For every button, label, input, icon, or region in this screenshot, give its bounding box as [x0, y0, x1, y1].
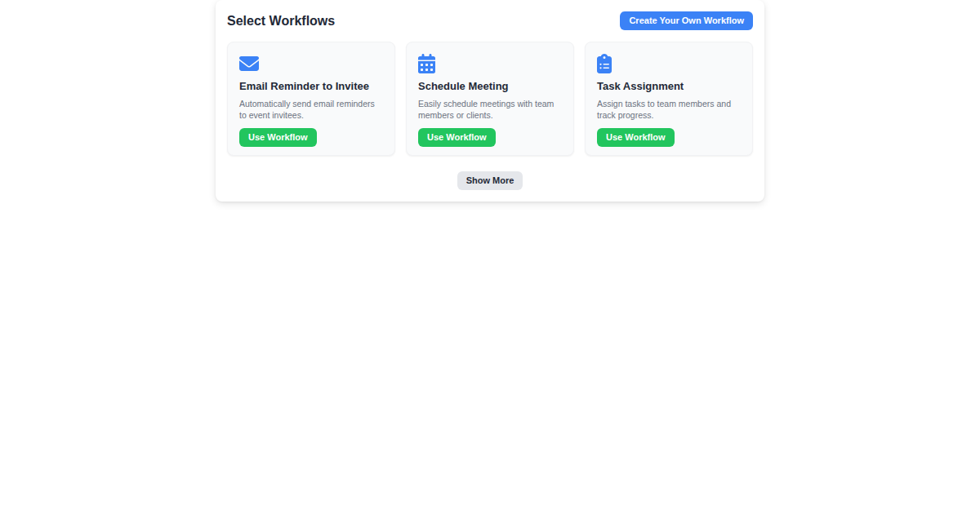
workflow-card-schedule-meeting: Schedule Meeting Easily schedule meeting… — [406, 42, 574, 156]
panel-footer: Show More — [227, 171, 753, 190]
workflow-card-title: Task Assignment — [597, 80, 741, 93]
workflow-card-description: Easily schedule meetings with team membe… — [418, 98, 562, 121]
workflow-card-task-assignment: Task Assignment Assign tasks to team mem… — [585, 42, 753, 156]
workflow-card-description: Assign tasks to team members and track p… — [597, 98, 741, 121]
use-workflow-button[interactable]: Use Workflow — [418, 128, 496, 147]
calendar-icon — [418, 54, 562, 73]
workflow-cards-row: Email Reminder to Invitee Automatically … — [227, 42, 753, 156]
use-workflow-button[interactable]: Use Workflow — [597, 128, 675, 147]
envelope-icon — [239, 54, 383, 73]
create-workflow-button[interactable]: Create Your Own Workflow — [620, 11, 753, 30]
page-title: Select Workflows — [227, 14, 335, 29]
use-workflow-button[interactable]: Use Workflow — [239, 128, 317, 147]
workflow-card-title: Schedule Meeting — [418, 80, 562, 93]
workflow-selector-panel: Select Workflows Create Your Own Workflo… — [216, 0, 764, 202]
workflow-card-description: Automatically send email reminders to ev… — [239, 98, 383, 121]
clipboard-list-icon — [597, 54, 741, 73]
workflow-card-title: Email Reminder to Invitee — [239, 80, 383, 93]
panel-header: Select Workflows Create Your Own Workflo… — [227, 11, 753, 30]
workflow-card-email-reminder: Email Reminder to Invitee Automatically … — [227, 42, 395, 156]
show-more-button[interactable]: Show More — [457, 171, 523, 190]
